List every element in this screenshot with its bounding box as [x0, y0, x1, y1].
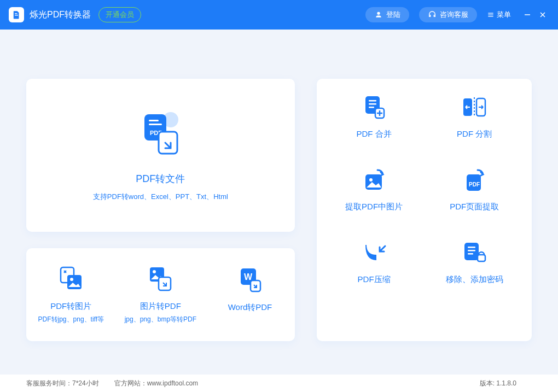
image-to-pdf-icon	[147, 265, 174, 292]
svg-rect-5	[159, 132, 177, 154]
extract-pages-icon: PDF	[461, 167, 487, 193]
svg-text:PDF: PDF	[469, 182, 480, 188]
svg-rect-29	[468, 253, 473, 255]
card-title: PDF 合并	[356, 129, 391, 139]
svg-point-23	[369, 178, 373, 182]
svg-rect-7	[67, 275, 82, 289]
app-title: 烁光PDF转换器	[30, 9, 91, 21]
svg-rect-27	[468, 247, 475, 248]
service-time: 客服服务时间：7*24小时	[26, 379, 99, 388]
extract-pages-card[interactable]: PDF PDF页面提取	[427, 167, 522, 212]
support-button[interactable]: 咨询客服	[419, 7, 477, 22]
pdf-merge-icon	[361, 94, 387, 120]
svg-rect-28	[468, 250, 475, 251]
card-subtitle: PDF转jpg、png、tiff等	[38, 315, 104, 324]
hamburger-icon	[487, 11, 495, 19]
menu-button[interactable]: 菜单	[487, 10, 511, 20]
pdf-password-card[interactable]: 移除、添加密码	[427, 239, 522, 285]
official-website[interactable]: 官方网站：www.ipdftool.com	[114, 379, 198, 388]
pdf-split-card[interactable]: PDF 分割	[427, 94, 522, 139]
card-title: PDF 分割	[457, 129, 492, 139]
login-button[interactable]: 登陆	[365, 7, 409, 22]
card-title: PDF压缩	[358, 274, 391, 285]
pdf-to-file-card[interactable]: PDF PDF转文件 支持PDF转word、Excel、PPT、Txt、Html	[26, 79, 295, 232]
svg-point-8	[70, 278, 73, 281]
close-icon	[539, 11, 546, 18]
svg-point-10	[153, 270, 156, 273]
extract-images-icon	[361, 167, 387, 193]
hero-subtitle: 支持PDF转word、Excel、PPT、Txt、Html	[93, 192, 228, 202]
svg-rect-2	[149, 120, 159, 121]
app-logo	[9, 7, 24, 22]
card-title: PDF转图片	[50, 301, 91, 312]
card-title: 提取PDF中图片	[345, 202, 403, 212]
svg-rect-26	[464, 243, 479, 260]
svg-rect-18	[369, 107, 374, 108]
pdf-password-icon	[461, 239, 487, 266]
svg-rect-30	[478, 255, 485, 261]
pdf-merge-card[interactable]: PDF 合并	[327, 94, 422, 139]
svg-rect-3	[149, 124, 162, 125]
image-to-pdf-card[interactable]: 图片转PDF jpg、png、bmp等转PDF	[116, 248, 206, 341]
minimize-button[interactable]	[521, 8, 534, 21]
titlebar: 烁光PDF转换器 开通会员 登陆 咨询客服 菜单	[0, 0, 558, 30]
card-title: 图片转PDF	[140, 301, 181, 312]
pdf-compress-card[interactable]: PDF压缩	[327, 239, 422, 285]
word-to-pdf-icon: W	[236, 266, 264, 294]
user-icon	[374, 10, 383, 19]
svg-rect-17	[369, 103, 376, 105]
main-content: PDF PDF转文件 支持PDF转word、Excel、PPT、Txt、Html	[0, 30, 558, 341]
version-label: 版本: 1.1.8.0	[480, 379, 516, 388]
minimize-icon	[524, 11, 531, 18]
hero-title: PDF转文件	[136, 172, 185, 185]
vip-button[interactable]: 开通会员	[98, 7, 141, 22]
headset-icon	[428, 10, 437, 19]
pdf-to-file-icon: PDF	[136, 109, 185, 158]
pdf-to-image-card[interactable]: PDF转图片 PDF转jpg、png、tiff等	[26, 248, 116, 341]
extract-images-card[interactable]: 提取PDF中图片	[327, 167, 422, 212]
close-button[interactable]	[536, 8, 549, 21]
card-title: PDF页面提取	[450, 202, 499, 212]
pdf-to-image-icon	[57, 265, 85, 292]
card-subtitle: jpg、png、bmp等转PDF	[125, 315, 196, 324]
card-title: Word转PDF	[228, 302, 272, 313]
word-to-pdf-card[interactable]: W Word转PDF	[205, 248, 295, 341]
statusbar: 客服服务时间：7*24小时 官方网站：www.ipdftool.com 版本: …	[0, 375, 558, 392]
svg-rect-16	[369, 100, 376, 102]
card-title: 移除、添加密码	[446, 274, 503, 285]
pdf-split-icon	[461, 94, 487, 120]
pdf-compress-icon	[361, 239, 387, 266]
